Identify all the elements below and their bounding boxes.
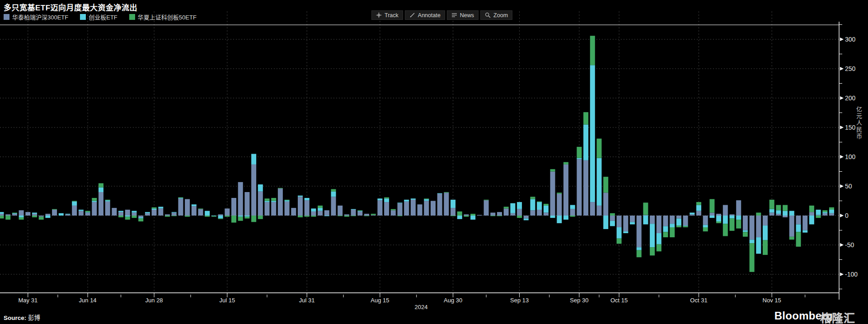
bar-segment xyxy=(583,112,588,124)
bar-segment xyxy=(504,207,509,209)
bar-segment xyxy=(271,198,276,201)
bar-segment xyxy=(703,227,708,231)
bar-segment xyxy=(357,210,362,211)
bar-segment xyxy=(504,208,509,216)
bar-segment xyxy=(231,216,236,223)
bar-segment xyxy=(351,210,356,216)
bar-segment xyxy=(132,211,137,213)
bar-segment xyxy=(464,216,469,217)
y-axis-tick-arrow xyxy=(840,67,844,70)
bar-segment xyxy=(537,202,542,210)
news-button[interactable]: News xyxy=(447,10,479,20)
bar-segment xyxy=(371,214,376,215)
bar-segment xyxy=(424,198,429,199)
y-axis-label: -100 xyxy=(845,271,858,278)
bar-segment xyxy=(510,213,515,216)
legend-swatch-chinext xyxy=(80,14,86,20)
bar-segment xyxy=(152,208,157,210)
bar-segment xyxy=(165,216,170,217)
bar-segment xyxy=(683,216,688,225)
bar-segment xyxy=(105,202,110,216)
bar-segment xyxy=(344,214,349,216)
bar-segment xyxy=(251,164,256,216)
bar-segment xyxy=(351,209,356,210)
bar-segment xyxy=(19,217,24,220)
bar-segment xyxy=(118,211,123,212)
bar-segment xyxy=(557,194,562,216)
bar-segment xyxy=(610,221,615,226)
bar-segment xyxy=(178,198,183,198)
bar-segment xyxy=(364,214,369,216)
bar-segment xyxy=(384,197,389,199)
bar-segment xyxy=(470,216,475,220)
chart-plot-area[interactable]: 300250200150100500-50-100 May 31Jun 14Ju… xyxy=(0,0,868,324)
track-button[interactable]: Track xyxy=(371,10,403,20)
source-name: 彭博 xyxy=(28,315,40,321)
bar-segment xyxy=(45,214,50,216)
bar-segment xyxy=(305,216,310,217)
bar-segment xyxy=(597,206,602,216)
bar-segment xyxy=(563,216,568,220)
bar-segment xyxy=(816,216,821,218)
bar-segment xyxy=(437,193,442,194)
annotate-button[interactable]: Annotate xyxy=(405,10,445,20)
bar-segment xyxy=(623,231,628,233)
bar-segment xyxy=(172,212,177,212)
bar-segment xyxy=(650,247,655,255)
bar-segment xyxy=(696,205,701,211)
bar-segment xyxy=(484,200,489,216)
bar-segment xyxy=(285,202,290,216)
bar-segment xyxy=(550,169,555,171)
bar-segment xyxy=(763,240,768,255)
bar-segment xyxy=(776,205,781,211)
bar-segment xyxy=(178,197,183,198)
bar-segment xyxy=(278,188,283,188)
bar-segment xyxy=(783,205,788,211)
bar-segment xyxy=(225,216,230,217)
bar-segment xyxy=(583,125,588,160)
bar-segment xyxy=(271,201,276,202)
bar-segment xyxy=(437,194,442,216)
x-axis-label: Nov 15 xyxy=(763,297,781,304)
bar-segment xyxy=(418,204,422,216)
bar-segment xyxy=(763,225,768,240)
bar-segment xyxy=(650,216,655,224)
x-axis-label: Sep 13 xyxy=(510,297,529,304)
bar-segment xyxy=(769,209,774,213)
bar-segment xyxy=(185,199,190,216)
bar-segment xyxy=(783,211,788,216)
bar-segment xyxy=(802,216,807,230)
bar-segment xyxy=(72,201,77,202)
bar-segment xyxy=(265,201,270,202)
bar-segment xyxy=(331,189,336,192)
zoom-button[interactable]: Zoom xyxy=(480,10,512,20)
bar-segment xyxy=(357,211,362,216)
bar-segment xyxy=(45,216,50,218)
bar-segment xyxy=(517,216,522,218)
bar-segment xyxy=(285,200,290,200)
y-axis-label: 200 xyxy=(845,94,856,102)
bar-segment xyxy=(470,214,475,216)
bar-segment xyxy=(590,202,595,216)
bar-segment xyxy=(750,239,755,243)
bar-segment xyxy=(12,214,17,216)
bar-segment xyxy=(391,209,396,211)
bar-segment xyxy=(703,225,708,227)
bar-segment xyxy=(557,216,562,223)
bar-segment xyxy=(736,200,741,216)
bar-segment xyxy=(723,205,728,216)
bar-segment xyxy=(457,211,462,216)
x-axis-label: Jun 14 xyxy=(79,297,97,304)
bar-segment xyxy=(517,202,522,209)
bar-segment xyxy=(544,213,549,216)
zoom-button-label: Zoom xyxy=(493,12,508,19)
bar-segment xyxy=(0,212,4,214)
bar-segment xyxy=(258,184,263,192)
bar-segment xyxy=(530,197,535,199)
bar-segment xyxy=(172,213,177,216)
bar-chart-canvas: 300250200150100500-50-100 xyxy=(0,0,868,324)
bar-segment xyxy=(391,210,396,216)
zoom-icon xyxy=(485,12,491,18)
bar-segment xyxy=(809,212,814,216)
legend-label: 华泰柏瑞沪深300ETF xyxy=(12,13,68,21)
